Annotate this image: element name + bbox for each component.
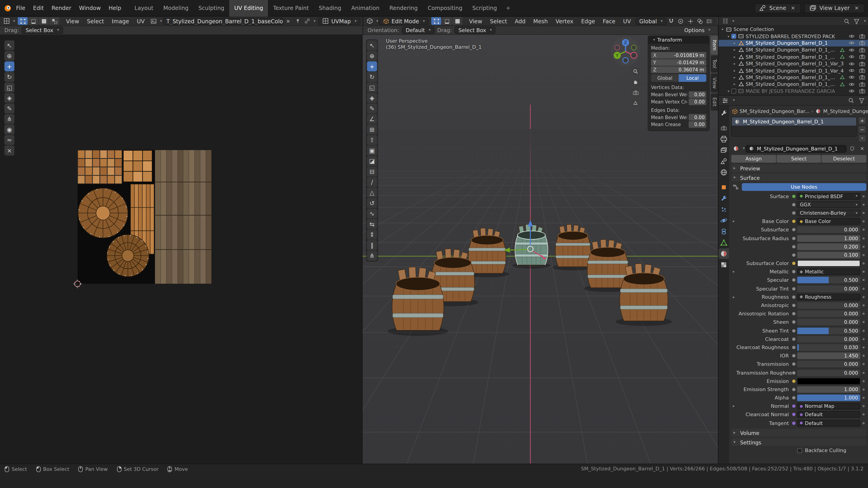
zoom-icon[interactable] bbox=[631, 67, 640, 76]
property-specular-slider[interactable]: 0.500 bbox=[797, 277, 860, 284]
median-x-field[interactable]: X-0.010819 m bbox=[651, 52, 706, 59]
sidebar-tab-edit[interactable]: Edit bbox=[711, 94, 718, 110]
vp-poly-build-tool[interactable]: △ bbox=[367, 188, 377, 197]
vp-menu-view[interactable]: View bbox=[465, 17, 486, 25]
vp-loop-cut-tool[interactable]: ⊟ bbox=[367, 166, 377, 176]
property-ior-animate-decorator[interactable] bbox=[860, 355, 866, 357]
property-subsurface-color-animate-decorator[interactable] bbox=[860, 262, 866, 265]
disclosure-icon[interactable]: ▸ bbox=[732, 55, 737, 59]
disclosure-icon[interactable]: ▸ bbox=[732, 48, 737, 52]
outliner-object-sm-stylized-dungeon-barrel-d-1-var-6-beveled[interactable]: ▸SM_Stylized_Dungeon_Barrel_D_1_Var_6_Be… bbox=[719, 81, 868, 88]
viewport-nav-gizmo[interactable]: Z Y bbox=[610, 36, 641, 67]
property-sheen-animate-decorator[interactable] bbox=[860, 321, 866, 323]
uv-tweak-tool[interactable]: ↖ bbox=[4, 40, 14, 51]
vp-inset-faces-tool[interactable]: ▣ bbox=[367, 145, 377, 156]
property-specular-tint-animate-decorator[interactable] bbox=[860, 288, 866, 290]
disable-in-renders-icon[interactable] bbox=[857, 74, 866, 81]
property-alpha-animate-decorator[interactable] bbox=[860, 397, 866, 399]
panel-volume[interactable]: ▸ Volume bbox=[731, 429, 866, 437]
uv-menu-select[interactable]: Select bbox=[83, 17, 108, 25]
property-transmission-animate-decorator[interactable] bbox=[860, 363, 866, 365]
disclosure-icon[interactable]: ▸ bbox=[732, 41, 737, 45]
scene-tab[interactable] bbox=[719, 156, 729, 167]
workspace-tab-uv-editing[interactable]: UV Editing bbox=[229, 0, 268, 16]
show-overlays-icon[interactable] bbox=[696, 17, 705, 25]
proportional-editing-icon[interactable] bbox=[676, 17, 685, 25]
material-slot[interactable]: M_Stylized_Dungeon_Barrel_D_1 bbox=[732, 117, 857, 126]
property-clearcoat-slider[interactable]: 0.000 bbox=[797, 336, 860, 342]
vp-measure-tool[interactable]: ∠ bbox=[367, 114, 377, 124]
image-browse-icon[interactable] bbox=[149, 17, 158, 25]
image-unlink-icon[interactable] bbox=[284, 17, 292, 25]
properties-search-icon[interactable] bbox=[846, 96, 855, 104]
object-tab[interactable] bbox=[719, 182, 729, 193]
transform-panel-header[interactable]: ▾ Transform bbox=[648, 36, 709, 43]
disclosure-icon[interactable]: ▸ bbox=[732, 68, 737, 73]
workspace-tab-sculpting[interactable]: Sculpting bbox=[193, 0, 229, 16]
uv-vertex-mode[interactable] bbox=[18, 17, 28, 25]
uv-map-selector[interactable]: UVMap ▾ bbox=[318, 18, 360, 25]
property-ggx-animate-decorator[interactable] bbox=[860, 203, 866, 206]
disable-in-renders-icon[interactable] bbox=[857, 53, 866, 61]
panel-settings[interactable]: ▾ Settings bbox=[731, 438, 866, 446]
outliner-object-sm-stylized-dungeon-barrel-d-1-var-4[interactable]: ▸SM_Stylized_Dungeon_Barrel_D_1_Var_4 bbox=[719, 67, 868, 74]
face-select-mode[interactable] bbox=[453, 17, 463, 25]
property-sheen-tint-slider[interactable]: 0.500 bbox=[797, 327, 860, 334]
outliner-object-sm-stylized-dungeon-barrel-d-1-var-1[interactable]: ▸SM_Stylized_Dungeon_Barrel_D_1_Var_1 bbox=[719, 46, 868, 53]
workspace-tab-modeling[interactable]: Modeling bbox=[158, 0, 193, 16]
property-transmission-slider[interactable]: 0.000 bbox=[797, 361, 860, 367]
disclosure-icon[interactable]: ▾ bbox=[720, 27, 725, 32]
hide-in-viewport-icon[interactable] bbox=[847, 39, 856, 47]
vp-extrude-region-tool[interactable]: ⇧ bbox=[367, 135, 377, 145]
vp-annotate-tool[interactable]: ✎ bbox=[367, 103, 377, 113]
scene-selector[interactable]: Scene bbox=[754, 3, 801, 13]
mode-selector[interactable]: Edit Mode ▾ bbox=[379, 18, 429, 25]
vp-bevel-tool[interactable]: ◪ bbox=[367, 156, 377, 166]
uv-scale-tool[interactable]: ◱ bbox=[4, 83, 14, 92]
vp-add-cube-tool[interactable]: ⊞ bbox=[367, 125, 377, 134]
editor-type-3d-icon[interactable] bbox=[365, 17, 374, 25]
image-name-field[interactable]: T_Stylized_Dungeon_Barrel_D_1_baseColor.… bbox=[162, 18, 283, 25]
transform-orientation[interactable]: Global ▾ bbox=[636, 18, 666, 25]
property-transmission-roughness-animate-decorator[interactable] bbox=[860, 372, 866, 374]
workspace-tab-compositing[interactable]: Compositing bbox=[423, 0, 467, 16]
image-pin-icon[interactable] bbox=[293, 17, 302, 25]
hide-in-viewport-icon[interactable] bbox=[847, 32, 856, 40]
vp-knife-tool[interactable]: ∕ bbox=[367, 177, 377, 187]
space-button-global[interactable]: Global bbox=[651, 74, 679, 82]
particles-tab[interactable] bbox=[719, 204, 729, 215]
property-clearcoat-animate-decorator[interactable] bbox=[860, 338, 866, 340]
edge-select-mode[interactable] bbox=[442, 17, 452, 25]
outliner-search-icon[interactable] bbox=[842, 17, 851, 25]
collection-checkbox[interactable] bbox=[731, 89, 736, 94]
property-0-100-number[interactable]: 0.100 bbox=[797, 252, 860, 258]
disclosure-icon[interactable]: ▸ bbox=[732, 75, 737, 80]
backface-culling-checkbox[interactable] bbox=[797, 448, 802, 453]
outliner-object-sm-stylized-dungeon-barrel-d-1-var-3[interactable]: ▸SM_Stylized_Dungeon_Barrel_D_1_Var_3 bbox=[719, 60, 868, 67]
property-emission-strength-animate-decorator[interactable] bbox=[860, 388, 866, 391]
property-anisotropic-slider[interactable]: 0.000 bbox=[797, 302, 860, 308]
uv-face-mode[interactable] bbox=[39, 17, 49, 25]
hide-in-viewport-icon[interactable] bbox=[847, 60, 856, 68]
property-subsurface-animate-decorator[interactable] bbox=[860, 229, 866, 231]
vertex-mean-vertex-crease-value[interactable]: 0.00 bbox=[689, 98, 706, 105]
vp-shear-tool[interactable]: ∥ bbox=[367, 240, 377, 250]
panel-preview[interactable]: ▸ Preview bbox=[731, 164, 866, 172]
property-clearcoat-normal-node[interactable]: Default bbox=[797, 412, 860, 418]
vp-edge-slide-tool[interactable]: ⇆ bbox=[367, 219, 377, 229]
property-roughness-node[interactable]: Roughness bbox=[797, 294, 860, 300]
menu-window[interactable]: Window bbox=[75, 4, 105, 12]
fake-user-icon[interactable] bbox=[847, 144, 856, 152]
uv-annotate-tool[interactable]: ✎ bbox=[4, 103, 14, 113]
properties-filter-icon[interactable] bbox=[857, 96, 866, 104]
modifiers-tab[interactable] bbox=[719, 193, 729, 204]
show-gizmo-icon[interactable] bbox=[686, 17, 695, 25]
uv-island-mode[interactable] bbox=[50, 17, 59, 25]
menu-edit[interactable]: Edit bbox=[29, 4, 48, 12]
outliner-collection-stylized-barrel-destroyed-pack[interactable]: ▾✓STYLIZED BARREL DESTROYED PACK bbox=[719, 33, 868, 39]
menu-file[interactable]: File bbox=[12, 4, 29, 12]
vp-rotate-tool[interactable]: ↻ bbox=[367, 72, 377, 82]
disable-in-renders-icon[interactable] bbox=[857, 67, 866, 74]
property-0-200-number[interactable]: 0.200 bbox=[797, 243, 860, 250]
editor-type-properties-icon[interactable] bbox=[721, 96, 730, 104]
